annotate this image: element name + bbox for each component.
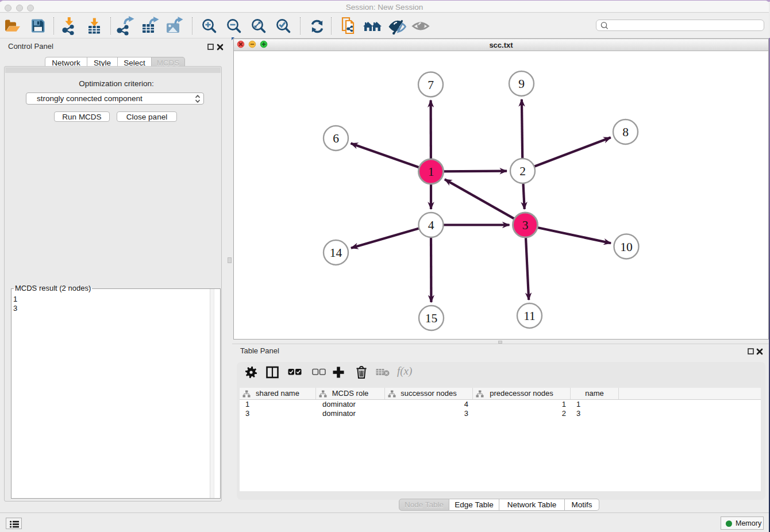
svg-text:6: 6 [333, 132, 339, 145]
svg-text:2: 2 [519, 164, 526, 178]
svg-text:8: 8 [622, 125, 629, 139]
svg-text:11: 11 [523, 309, 536, 323]
svg-text:4: 4 [428, 218, 434, 232]
svg-text:15: 15 [425, 311, 438, 325]
svg-text:9: 9 [518, 77, 525, 91]
svg-text:10: 10 [620, 240, 633, 254]
svg-text:1: 1 [428, 165, 434, 179]
svg-text:7: 7 [428, 78, 434, 92]
svg-text:3: 3 [522, 218, 529, 232]
svg-text:14: 14 [330, 246, 342, 260]
